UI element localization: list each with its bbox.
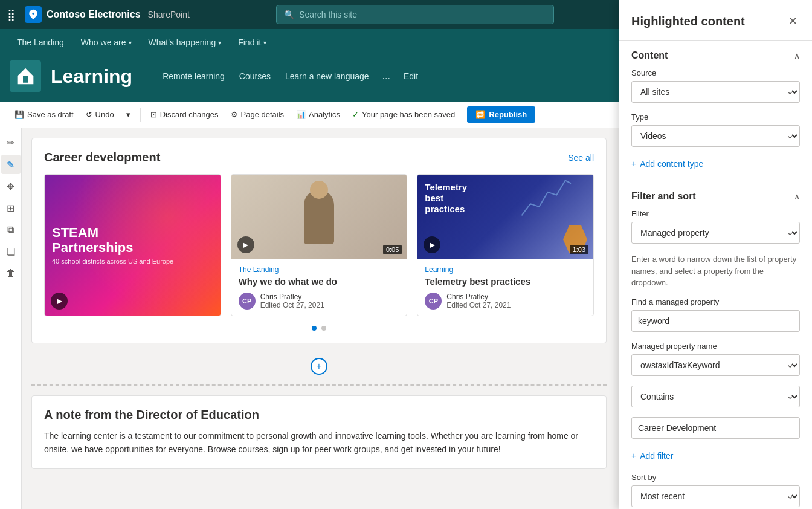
- condition-select[interactable]: Contains Equals Begins with: [631, 386, 800, 407]
- video-source-presenter[interactable]: The Landing: [239, 265, 400, 274]
- page-nav-courses[interactable]: Courses: [233, 68, 277, 85]
- panel-close-button[interactable]: ✕: [786, 12, 800, 30]
- type-form-group: Type Videos Pages News Documents: [631, 112, 800, 147]
- page-icon: [10, 60, 41, 92]
- search-icon: 🔍: [284, 10, 294, 19]
- republish-icon: 🔁: [475, 110, 485, 119]
- brand-logo: [25, 6, 42, 23]
- source-label: Source: [631, 68, 800, 77]
- play-button-steam[interactable]: ▶: [51, 293, 68, 310]
- discard-changes-button[interactable]: ⊡ Discard changes: [146, 107, 224, 122]
- app-name[interactable]: Contoso Electronics: [47, 9, 141, 20]
- check-icon: ✓: [352, 110, 359, 119]
- author-avatar-telemetry: CP: [425, 293, 442, 310]
- sidebar-resize-icon[interactable]: ⊞: [1, 198, 21, 218]
- see-all-link[interactable]: See all: [568, 153, 594, 163]
- video-card-telemetry: Telemetrybestpractices ▶ 1:03 Learning T…: [417, 174, 594, 316]
- video-author-telemetry: CP Chris Pratley Edited Oct 27, 2021: [425, 293, 586, 310]
- content-section-chevron[interactable]: ∧: [794, 51, 800, 60]
- site-nav-item-landing[interactable]: The Landing: [10, 33, 71, 52]
- sidebar-delete-icon[interactable]: 🗑: [1, 264, 21, 283]
- filter-select-wrapper: Managed property Title Author: [631, 222, 800, 244]
- sidebar-duplicate-icon[interactable]: ❏: [1, 242, 21, 261]
- source-select[interactable]: All sites This site A site: [631, 81, 800, 103]
- sidebar-edit-icon[interactable]: ✏: [1, 133, 21, 152]
- edit-button[interactable]: Edit: [398, 68, 424, 85]
- carousel-dots: [44, 326, 594, 331]
- page-details-icon: ⚙: [231, 110, 238, 119]
- sidebar-copy-icon[interactable]: ⧉: [1, 220, 21, 239]
- property-name-select[interactable]: owstaxIdTaxKeyword Title Author: [631, 354, 800, 376]
- section-header: Career development See all: [44, 151, 594, 164]
- page-title: Learning: [51, 65, 132, 88]
- add-filter-button[interactable]: + Add filter: [631, 449, 800, 463]
- play-button-telemetry[interactable]: ▶: [424, 236, 440, 253]
- left-sidebar: ✏ ✎ ✥ ⊞ ⧉ ❏ 🗑: [0, 128, 22, 509]
- undo-button[interactable]: ↺ Undo: [81, 107, 119, 122]
- search-bar[interactable]: 🔍: [276, 5, 554, 24]
- video-thumbnail-steam: STEAMPartnerships 40 school districts ac…: [45, 175, 221, 316]
- video-card-presenter: ▶ 0:05 The Landing Why we do what we do …: [231, 174, 408, 316]
- sidebar-pencil-icon[interactable]: ✎: [1, 155, 21, 174]
- page-nav: Remote learning Courses Learn a new lang…: [156, 67, 424, 85]
- play-button-presenter[interactable]: ▶: [237, 236, 254, 253]
- filter-sort-chevron[interactable]: ∧: [794, 192, 800, 201]
- sidebar-move-icon[interactable]: ✥: [1, 177, 21, 196]
- property-name-label: Managed property name: [631, 342, 800, 351]
- page-nav-language[interactable]: Learn a new language: [279, 68, 375, 85]
- waffle-icon[interactable]: ⣿: [7, 8, 15, 21]
- page-nav-remote-learning[interactable]: Remote learning: [156, 68, 231, 85]
- video-source-telemetry[interactable]: Learning: [425, 265, 586, 274]
- text-section-heading: A note from the Director of Education: [44, 408, 594, 422]
- carousel-dot-2[interactable]: [321, 326, 326, 331]
- filter-label: Filter: [631, 209, 800, 218]
- filter-select[interactable]: Managed property Title Author: [631, 222, 800, 244]
- section-title: Career development: [44, 151, 160, 164]
- sort-by-select[interactable]: Most recent Title Views: [631, 485, 800, 507]
- find-property-form-group: Find a managed property: [631, 297, 800, 332]
- find-property-label: Find a managed property: [631, 297, 800, 306]
- author-avatar-presenter: CP: [239, 293, 256, 310]
- plus-icon-filter: +: [631, 451, 636, 461]
- site-nav-item-findit[interactable]: Find it ▾: [231, 33, 274, 52]
- video-title-telemetry: Telemetry best practices: [425, 276, 586, 287]
- analytics-icon: 📊: [296, 110, 306, 119]
- filter-sort-header: Filter and sort ∧: [631, 191, 800, 202]
- analytics-button[interactable]: 📊 Analytics: [291, 107, 345, 122]
- sort-by-select-wrapper: Most recent Title Views: [631, 485, 800, 507]
- content-section-title: Content: [631, 50, 668, 61]
- save-as-draft-button[interactable]: 💾 Save as draft: [10, 107, 79, 122]
- video-duration-telemetry: 1:03: [570, 245, 588, 254]
- property-name-form-group: Managed property name owstaxIdTaxKeyword…: [631, 342, 800, 376]
- add-content-type-button[interactable]: + Add content type: [631, 157, 800, 171]
- section-divider: [31, 384, 607, 386]
- page-nav-more[interactable]: ...: [378, 67, 395, 85]
- filter-sort-section: Filter and sort ∧ Filter Managed propert…: [631, 191, 800, 507]
- site-nav-item-who[interactable]: Who we are ▾: [74, 33, 139, 52]
- content-section-header: Content ∧: [631, 50, 800, 61]
- save-icon: 💾: [14, 110, 24, 119]
- type-select-wrapper: Videos Pages News Documents: [631, 125, 800, 147]
- page-saved-status: ✓ Your page has been saved: [347, 107, 460, 122]
- steam-title-overlay: STEAMPartnerships: [52, 225, 134, 254]
- property-name-select-wrapper: owstaxIdTaxKeyword Title Author: [631, 354, 800, 376]
- republish-button[interactable]: 🔁 Republish: [467, 106, 535, 123]
- filter-value-input[interactable]: [631, 417, 800, 439]
- video-thumbnail-telemetry: Telemetrybestpractices ▶ 1:03: [417, 175, 593, 259]
- type-select[interactable]: Videos Pages News Documents: [631, 125, 800, 147]
- add-section-button[interactable]: +: [311, 358, 327, 375]
- carousel-dot-1[interactable]: [312, 326, 317, 331]
- panel-header: Highlighted content ✕: [619, 0, 812, 41]
- undo-icon: ↺: [86, 110, 92, 119]
- career-development-section: Career development See all STEAMPartners…: [31, 138, 607, 343]
- discard-icon: ⊡: [150, 110, 157, 119]
- sort-by-label: Sort by: [631, 473, 800, 482]
- author-details-telemetry: Chris Pratley Edited Oct 27, 2021: [446, 293, 511, 310]
- search-input[interactable]: [299, 10, 546, 19]
- video-title-presenter: Why we do what we do: [239, 276, 400, 287]
- site-nav-item-happening[interactable]: What's happening ▾: [141, 33, 229, 52]
- find-property-input[interactable]: [631, 310, 800, 332]
- page-details-button[interactable]: ⚙ Page details: [226, 107, 289, 122]
- source-form-group: Source All sites This site A site: [631, 68, 800, 103]
- undo-dropdown-button[interactable]: ▾: [121, 107, 135, 122]
